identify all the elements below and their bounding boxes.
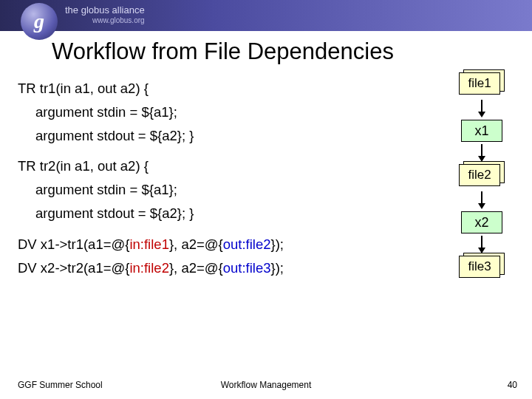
arrow-down-icon	[481, 191, 482, 208]
file2-box: file2	[459, 164, 500, 186]
logo-letter: g	[34, 10, 44, 33]
file-node: file3	[459, 256, 505, 281]
header-url: www.globus.org	[92, 16, 145, 24]
page-number: 40	[508, 380, 517, 390]
footer-center: Workflow Management	[221, 380, 312, 390]
arrow-down-icon	[481, 100, 482, 116]
arrow-down-icon	[481, 236, 482, 252]
slide-title: Workflow from File Dependencies	[52, 38, 394, 65]
code-line: argument stdout = ${a2}; }	[18, 124, 284, 148]
footer-left: GGF Summer School	[18, 380, 103, 390]
arrow-down-icon	[481, 144, 482, 160]
file-node: file1	[459, 72, 505, 98]
header-tagline: the globus alliance	[65, 4, 145, 16]
code-line: argument stdout = ${a2}; }	[18, 202, 284, 225]
file3-box: file3	[459, 256, 500, 278]
globus-logo: g	[21, 3, 58, 40]
code-line: TR tr2(in a1, out a2) {	[18, 154, 284, 178]
file-node: file2	[459, 164, 505, 189]
header-bar: g the globus alliance www.globus.org	[0, 0, 532, 31]
code-line: DV x1->tr1(a1=@{in:file1}, a2=@{out:file…	[18, 233, 284, 256]
file1-box: file1	[459, 72, 500, 95]
code-line: argument stdin = ${a1};	[18, 100, 284, 124]
code-block: TR tr1(in a1, out a2) { argument stdin =…	[18, 77, 284, 280]
code-line: argument stdin = ${a1};	[18, 178, 284, 202]
code-line: TR tr1(in a1, out a2) {	[18, 77, 284, 100]
task-node: x1	[461, 120, 502, 142]
workflow-diagram: file1 x1 file2 x2 file3	[452, 72, 511, 281]
code-line: DV x2->tr2(a1=@{in:file2}, a2=@{out:file…	[18, 256, 284, 280]
task-node: x2	[461, 211, 502, 233]
